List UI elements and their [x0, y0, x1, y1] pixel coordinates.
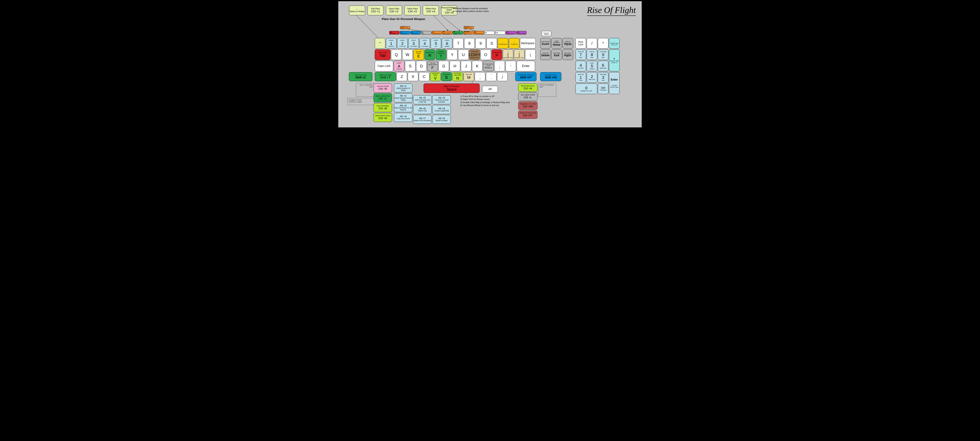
alt-key: Alt +7Patrol Air for Enemies [413, 115, 431, 124]
numpad-enter: Enter Cockpit Clocks View [609, 72, 620, 94]
key: W [402, 49, 413, 60]
key: 7 [453, 38, 463, 49]
alt-key: Alt +9Accept Leadership [433, 105, 451, 114]
key: Q [391, 49, 402, 60]
fkey: F5Ground Units Ex Free Camera [442, 31, 452, 35]
alt-key: Alt +4Copy My Actions [394, 113, 412, 122]
flare-key-holster: ~ Return to Holster [349, 5, 365, 15]
key: Drop BombB [441, 72, 452, 81]
key: J [461, 61, 471, 72]
alt-key: Alt +1Attack Nearest Air Target [394, 83, 412, 92]
key: —Throttle Down [498, 38, 508, 49]
key: Bomb Bay Doors OpenN [452, 72, 463, 81]
key: Fire Red Signal RocketF [427, 61, 438, 72]
fkey: F6Camera Free Bombs [453, 31, 463, 35]
prtscn: ScreenShot PrtScn [542, 31, 551, 36]
svg-line-3 [441, 15, 460, 30]
key: LShift+2Form Left [397, 38, 408, 49]
alt-key: Alt +0Return to Base [433, 115, 451, 124]
flare-header: Flare Gun Or Personal Weapon [382, 17, 425, 21]
key: >. [486, 72, 496, 81]
fkey: F12Camera Friendly [516, 31, 527, 35]
key: Y [447, 49, 457, 60]
key: Stop Start EngineE [414, 49, 424, 60]
key: LShift+5OK [431, 38, 441, 49]
key: Look Up8View [587, 49, 597, 60]
key: Pause GameP [492, 49, 502, 60]
numpad-r1: Front Left7ViewLook Up8ViewFront Right9V… [576, 49, 608, 60]
nav-key: Head LeftDelete [540, 49, 551, 60]
key: * [598, 38, 608, 49]
alt-key: Alt +3Stop and Return to our Mission [394, 103, 412, 112]
key: "' [506, 61, 516, 72]
fkey: RCtrl+F7Enemy Ground Units [463, 31, 474, 35]
numpad-plus: + Camera View Zoom In [609, 49, 620, 72]
nav-cluster-2: Head LeftDeleteHead RightEndHead DownPgD… [540, 49, 573, 60]
fkey: F8Enemy Air Units [474, 31, 484, 35]
key: Z [396, 72, 407, 81]
alt-key: Alt +5Hold Formation and Cover Me [413, 95, 431, 104]
fkey: F4Combat Camera [431, 31, 442, 35]
key: Cockpit Lights on/offRCtrl+L [483, 61, 494, 72]
flare-key-white: White Flare Ctrl +4 [423, 5, 439, 15]
key: Rear Left1View [576, 72, 586, 83]
key: LShift+1Head Up [386, 38, 396, 49]
key: ?/ [497, 72, 508, 81]
flare-key-yellow: Yellow Flare Ctrl +3 [404, 5, 420, 15]
function-row: EscMain MenuF1Cockpit ViewF2External Vie… [389, 31, 527, 35]
key: TURRET Take/LeaveT [436, 49, 446, 60]
key: 8 [464, 38, 475, 49]
key: Front Left7View [576, 49, 586, 60]
svg-line-2 [433, 15, 448, 30]
space-key: Skip Cut Screen Space [423, 83, 480, 93]
fkey: F1Cockpit View [400, 31, 410, 35]
key: K [472, 61, 482, 72]
numpad-r2: 4Left ViewCentre5Camera6Right View [576, 61, 608, 72]
key: Mission StatsTab [375, 49, 390, 60]
map-tips: 1) Press M for Map on screen or off 2) R… [460, 95, 510, 107]
alt-key: Alt [482, 86, 498, 92]
key: ~` [375, 38, 385, 49]
lctrl-key: Record On/OffCtrl +R [374, 83, 392, 92]
key: :; [494, 61, 505, 72]
alt-key: Alt +6Patrol Area [413, 105, 431, 114]
nav-cluster-1: Head ForwardInsertHead BackwardHomeHead … [540, 38, 573, 49]
key: 9 [475, 38, 486, 49]
key: Enter [517, 61, 535, 72]
next-firing-point: Next Firing Point Shift +C [349, 72, 372, 81]
left-ctrl-col: Record On/OffCtrl +RNext Combat PostCtrl… [374, 83, 392, 122]
key: 0 [487, 38, 497, 49]
ftop-ctrlf2: Ctrl+F2 External View Enemy [400, 26, 410, 29]
nav-key: Head BackwardHome [551, 38, 562, 49]
key: View Bomb SightV [430, 72, 441, 81]
key: Centre5Camera [587, 61, 597, 72]
key: Backspace [520, 38, 536, 49]
key: —Camera View Zoom Out [609, 38, 620, 49]
game-title: Rise Of Flight [587, 5, 636, 16]
flare-key-red: Red Flare Ctrl +1 [368, 5, 383, 15]
ftop-rctrlf8: RCtrl+F8 Dangerous Air Units [464, 26, 474, 29]
keyboard-reference: Rise Of Flight ~ Return to Holster Red F… [337, 0, 643, 129]
fkey: F10 [495, 31, 505, 35]
nav-key: Head ForwardInsert [540, 38, 551, 49]
rctrl-key: Enemy Ground UnitsCtrl +F7 [518, 111, 538, 119]
key: Caps Lock [375, 61, 393, 72]
number-row: ~`LShift+1Head UpLShift+2Form LeftLShift… [375, 38, 536, 49]
key: U [458, 49, 469, 60]
key: |\ [525, 49, 536, 60]
key: Map ViewM [463, 72, 474, 81]
lctrl-key: Bomb Doors CloseCtrl +N [374, 113, 392, 122]
alt-key: Alt +8Patrol for Ground Enemies [433, 95, 451, 104]
friendly-air: Friendly Air Units Shift +F8 [540, 72, 562, 81]
right-ctrl-label: RIGHT CONTROL KEY [538, 83, 556, 97]
alt-col-1: Alt +1Attack Nearest Air TargetAlt +2Att… [394, 83, 412, 122]
turret-label: Cockpit to Turret Turret to Cockpit [347, 98, 374, 105]
key: O [480, 49, 491, 60]
key: LShift+AAutoPilot [394, 61, 404, 72]
key: Num Lock [576, 38, 586, 49]
numpad-del: Del Compass [598, 83, 608, 94]
qwerty-row: Mission StatsTabQWStop Start EngineERelo… [375, 49, 536, 60]
key: +Throttle Up [509, 38, 519, 49]
key: H [450, 61, 460, 72]
key: {[Decrease Time [503, 49, 513, 60]
